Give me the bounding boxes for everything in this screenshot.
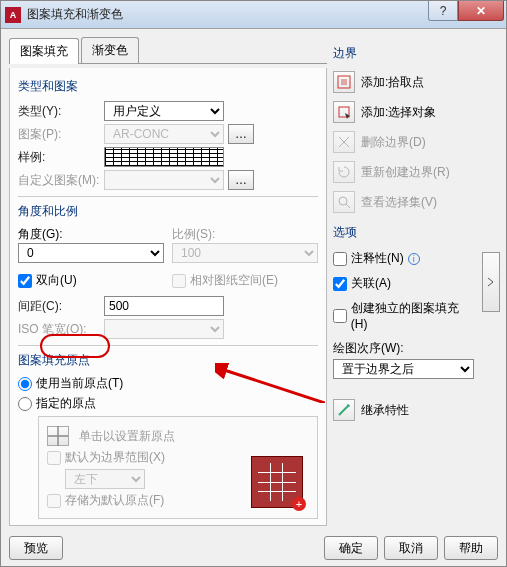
pick-point-icon[interactable]	[333, 71, 355, 93]
specified-label: 指定的原点	[36, 395, 96, 412]
default-ext-label: 默认为边界范围(X)	[65, 449, 165, 466]
bidir-checkbox[interactable]	[18, 274, 32, 288]
paperspace-label: 相对图纸空间(E)	[190, 272, 278, 289]
ok-button[interactable]: 确定	[324, 536, 378, 560]
tab-fill[interactable]: 图案填充	[9, 38, 79, 64]
add-select-label[interactable]: 添加:选择对象	[361, 104, 474, 121]
cancel-button[interactable]: 取消	[384, 536, 438, 560]
pattern-browse-button[interactable]: …	[228, 124, 254, 144]
expand-button[interactable]	[482, 252, 500, 312]
custom-select	[104, 170, 224, 190]
angle-label: 角度(G):	[18, 226, 164, 243]
associative-checkbox[interactable]	[333, 277, 347, 291]
titlebar: A 图案填充和渐变色 ? ✕	[1, 1, 506, 29]
pattern-select: AR-CONC	[104, 124, 224, 144]
angle-select[interactable]: 0	[18, 243, 164, 263]
tab-strip: 图案填充 渐变色	[9, 37, 327, 64]
specified-radio[interactable]	[18, 397, 32, 411]
type-label: 类型(Y):	[18, 103, 100, 120]
scale-select: 100	[172, 243, 318, 263]
bidir-label: 双向(U)	[36, 272, 77, 289]
pattern-label: 图案(P):	[18, 126, 100, 143]
iso-select	[104, 319, 224, 339]
spacing-label: 间距(C):	[18, 298, 100, 315]
draw-order-select[interactable]: 置于边界之后	[333, 359, 474, 379]
scale-label: 比例(S):	[172, 226, 254, 243]
group-type: 类型和图案	[18, 78, 318, 95]
add-pick-label[interactable]: 添加:拾取点	[361, 74, 474, 91]
crosshair-icon	[48, 426, 68, 446]
group-origin: 图案填充原点	[18, 352, 318, 369]
iso-label: ISO 笔宽(O):	[18, 321, 100, 338]
independent-label: 创建独立的图案填充(H)	[351, 300, 474, 331]
type-select[interactable]: 用户定义	[104, 101, 224, 121]
delete-boundary-icon	[333, 131, 355, 153]
annotative-label: 注释性(N)	[351, 250, 404, 267]
delete-boundary-label: 删除边界(D)	[361, 134, 474, 151]
sample-swatch[interactable]	[104, 147, 224, 167]
origin-preview-icon	[251, 456, 303, 508]
store-default-label: 存储为默认原点(F)	[65, 492, 164, 509]
pos-select: 左下	[65, 469, 145, 489]
help-footer-button[interactable]: 帮助	[444, 536, 498, 560]
inherit-icon[interactable]	[333, 399, 355, 421]
set-origin-button	[47, 426, 69, 446]
inherit-label[interactable]: 继承特性	[361, 402, 474, 419]
group-options: 选项	[333, 224, 474, 241]
use-current-label: 使用当前原点(T)	[36, 375, 123, 392]
use-current-radio[interactable]	[18, 377, 32, 391]
app-icon: A	[5, 7, 21, 23]
view-sel-label: 查看选择集(V)	[361, 194, 474, 211]
group-angle: 角度和比例	[18, 203, 318, 220]
draw-order-label: 绘图次序(W):	[333, 340, 474, 357]
recreate-label: 重新创建边界(R)	[361, 164, 474, 181]
preview-button[interactable]: 预览	[9, 536, 63, 560]
independent-checkbox[interactable]	[333, 309, 347, 323]
close-button[interactable]: ✕	[458, 1, 504, 21]
info-icon[interactable]: i	[408, 253, 420, 265]
store-default-checkbox	[47, 494, 61, 508]
sample-label: 样例:	[18, 149, 100, 166]
tab-gradient[interactable]: 渐变色	[81, 37, 139, 63]
svg-point-3	[339, 197, 347, 205]
paperspace-checkbox	[172, 274, 186, 288]
select-object-icon[interactable]	[333, 101, 355, 123]
click-set-label: 单击以设置新原点	[79, 428, 175, 445]
default-ext-checkbox	[47, 451, 61, 465]
chevron-right-icon	[487, 277, 495, 287]
spacing-input[interactable]	[104, 296, 224, 316]
recreate-boundary-icon	[333, 161, 355, 183]
custom-browse-button[interactable]: …	[228, 170, 254, 190]
associative-label: 关联(A)	[351, 275, 391, 292]
group-boundary: 边界	[333, 45, 474, 62]
view-selection-icon	[333, 191, 355, 213]
annotative-checkbox[interactable]	[333, 252, 347, 266]
help-button[interactable]: ?	[428, 1, 458, 21]
custom-label: 自定义图案(M):	[18, 172, 100, 189]
